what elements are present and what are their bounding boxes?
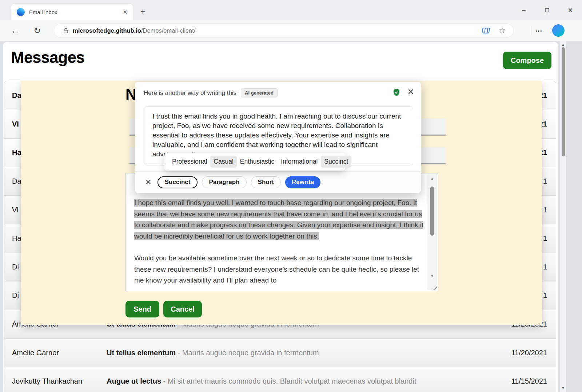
shield-check-icon (392, 88, 401, 97)
new-tab-icon[interactable]: + (140, 7, 146, 16)
browser-toolbar: ← ↻ microsoftedge.github.io/Demos/email-… (0, 20, 582, 41)
email-date: 1 (543, 177, 547, 185)
email-sender: Jovikutty Thankachan (12, 377, 101, 385)
minimize-button[interactable]: – (512, 7, 535, 14)
body-paragraph: Would you be available sometime over the… (134, 253, 425, 286)
selected-text: I hope this email finds you well. I want… (134, 199, 423, 240)
email-date: 11/20/2021 (511, 349, 547, 357)
textarea-scrollbar[interactable]: ▲ ▼ (427, 174, 437, 290)
tone-enthusiastic[interactable]: Enthusiastic (237, 156, 278, 168)
email-date: 1 (543, 206, 547, 214)
email-date: 11/15/2021 (511, 377, 547, 385)
rewrite-button[interactable]: Rewrite (285, 176, 320, 188)
page-title: Messages (11, 48, 84, 67)
textarea-scroll-thumb[interactable] (430, 187, 434, 236)
suggestion-text: I trust this email finds you in good hea… (152, 112, 407, 159)
web-page: Messages Compose Da - 21 VI - 21 Ha - 21… (3, 42, 558, 392)
tab-title: Email inbox (29, 9, 57, 15)
email-date: 1 (543, 291, 547, 300)
address-bar[interactable]: microsoftedge.github.io/Demos/email-clie… (54, 23, 514, 38)
rewrite-actions: ✕ Succinct Paragraph Short Rewrite (135, 171, 421, 193)
scroll-up-icon[interactable]: ▲ (427, 176, 437, 181)
email-subject: Ut tellus elementum (107, 349, 176, 357)
favorites-star-icon[interactable]: ☆ (499, 26, 506, 35)
rewrite-popup-title: Here is another way of writing this (144, 89, 236, 97)
page-scroll-thumb[interactable] (562, 47, 565, 156)
email-row[interactable]: Amelie Garner Ut tellus elementum - Maur… (4, 338, 556, 367)
settings-menu-icon[interactable]: ••• (535, 28, 543, 34)
edge-favicon-icon (17, 8, 25, 16)
message-body-text: I hope this email finds you well. I want… (134, 197, 425, 286)
scroll-up-icon[interactable]: ▲ (560, 43, 566, 47)
maximize-button[interactable]: ☐ (535, 7, 559, 13)
tone-succinct[interactable]: Succinct (321, 156, 351, 168)
chip-paragraph[interactable]: Paragraph (202, 176, 246, 188)
popup-close-icon[interactable]: ✕ (407, 87, 414, 97)
url-path: /Demos/email-client/ (141, 27, 195, 34)
scroll-down-icon[interactable]: ▼ (560, 386, 566, 390)
compose-button[interactable]: Compose (503, 52, 551, 69)
chip-short[interactable]: Short (251, 176, 281, 188)
email-date: 1 (543, 234, 547, 243)
email-preview: Mauris augue neque gravida in fermentum (182, 349, 319, 357)
tab-strip: Email inbox ✕ + – ☐ ✕ (0, 0, 582, 20)
chip-succinct[interactable]: Succinct (158, 176, 198, 188)
cancel-button[interactable]: Cancel (163, 301, 202, 317)
send-button[interactable]: Send (125, 301, 159, 317)
close-window-button[interactable]: ✕ (559, 7, 582, 14)
page-scrollbar[interactable]: ▲ ▼ (560, 41, 566, 392)
email-date: 1 (543, 263, 547, 271)
tab-email-inbox[interactable]: Email inbox ✕ (11, 4, 133, 20)
resize-grip[interactable] (432, 285, 437, 290)
tone-casual[interactable]: Casual (210, 156, 236, 168)
scroll-down-icon[interactable]: ▼ (427, 273, 437, 278)
email-sender: Amelie Garner (12, 349, 101, 357)
copilot-icon[interactable] (552, 24, 565, 37)
toolbar-divider (531, 26, 531, 35)
browser-window: Email inbox ✕ + – ☐ ✕ ← ↻ microsoftedge.… (0, 0, 582, 392)
email-preview: Mi sit amet mauris commodo quis. Blandit… (168, 377, 416, 385)
rewrite-popup: Here is another way of writing this AI g… (135, 82, 421, 193)
tab-close-icon[interactable]: ✕ (123, 9, 128, 16)
email-subject: Augue ut lectus (107, 377, 161, 385)
back-icon[interactable]: ← (11, 25, 20, 36)
tone-informational[interactable]: Informational (278, 156, 321, 168)
tone-menu: Professional Casual Enthusiastic Informa… (164, 153, 345, 171)
split-screen-icon[interactable] (482, 27, 490, 35)
url-host: microsoftedge.github.io (73, 27, 141, 34)
lock-icon (63, 27, 69, 34)
tone-professional[interactable]: Professional (169, 156, 210, 168)
dismiss-icon[interactable]: ✕ (145, 178, 152, 187)
refresh-icon[interactable]: ↻ (33, 25, 41, 36)
email-row[interactable]: Jovikutty Thankachan Augue ut lectus - M… (4, 367, 556, 392)
ai-generated-badge: AI generated (241, 88, 278, 97)
